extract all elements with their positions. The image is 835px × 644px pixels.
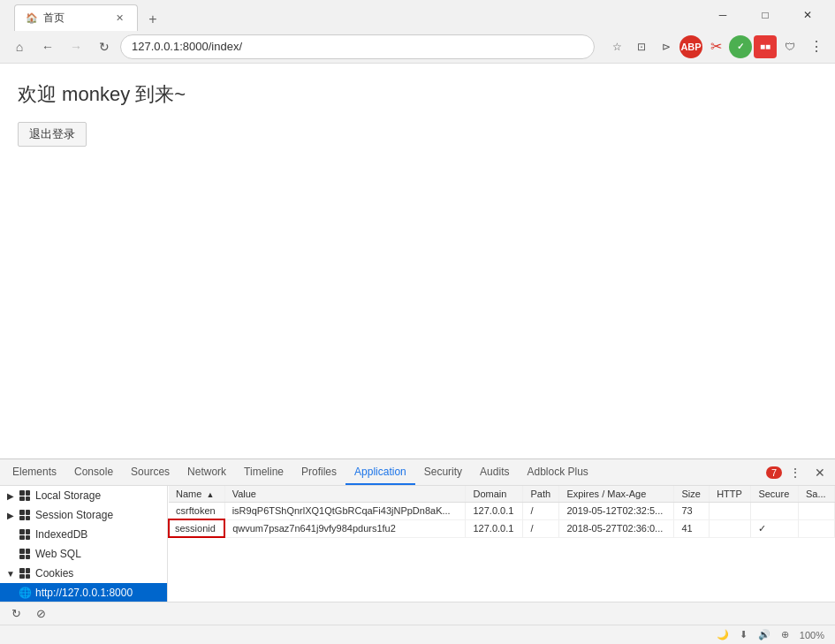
cell-http-sessionid [710, 519, 751, 537]
devtools-close-button[interactable]: ✕ [808, 461, 831, 484]
error-badge: 7 [766, 466, 782, 479]
devtools-main: Name ▲ Value Domain Path Expires / Max-A… [168, 486, 835, 602]
adblock-btn1[interactable]: ABP [679, 35, 702, 58]
col-sa[interactable]: Sa... [798, 486, 834, 503]
cell-domain-sessionid: 127.0.0.1 [466, 519, 523, 537]
minimize-button[interactable]: ─ [702, 1, 743, 29]
cell-name-sessionid: sessionid [169, 519, 224, 537]
devtools-panel: Elements Console Sources Network Timelin… [0, 458, 835, 625]
browser-toolbar: ⌂ ← → ↻ 127.0.0.1:8000/index/ ☆ ⊡ ⊳ ABP … [0, 30, 835, 64]
sidebar-item-local-storage[interactable]: ▶ Local Storage [0, 486, 167, 505]
tab-favicon: 🏠 [26, 12, 38, 24]
sidebar-item-websql[interactable]: Web SQL [0, 544, 167, 564]
tab-timeline[interactable]: Timeline [235, 459, 292, 485]
indent-spacer [5, 588, 16, 598]
cell-value-sessionid: qwvum7psaz7n641j9vfy984pdurs1fu2 [224, 519, 466, 537]
clear-cookies-button[interactable]: ⊘ [32, 605, 49, 623]
browser-chrome: 🏠 首页 ✕ + ─ □ ✕ ⌂ ← → ↻ 127.0.0.1:8000/in… [0, 0, 835, 64]
extensions-area: ☆ ⊡ ⊳ ABP ✂ ✓ ■■ 🛡 [605, 35, 801, 58]
cell-expires: 2019-05-12T02:32:5... [559, 503, 674, 520]
star-button[interactable]: ☆ [605, 35, 628, 58]
col-domain[interactable]: Domain [466, 486, 523, 503]
shield-btn[interactable]: 🛡 [778, 35, 801, 58]
sort-arrow: ▲ [206, 490, 214, 499]
cast-button[interactable]: ⊡ [630, 35, 653, 58]
col-name[interactable]: Name ▲ [169, 486, 224, 503]
cell-value: isR9qP6TShQnrlXQ1QtGbRCqaFi43jNPpDn8aK..… [224, 503, 466, 520]
local-storage-label: Local Storage [35, 489, 101, 502]
status-right: 🌙 ⬇ 🔊 ⊕ 100% [717, 629, 824, 640]
col-http[interactable]: HTTP [710, 486, 751, 503]
tab-close-button[interactable]: ✕ [112, 11, 126, 26]
cell-size-sessionid: 41 [674, 519, 710, 537]
indexeddb-icon [18, 527, 32, 542]
tab-bar: 🏠 首页 ✕ + [7, 0, 699, 31]
cell-http [710, 503, 751, 520]
table-row[interactable]: sessionid qwvum7psaz7n641j9vfy984pdurs1f… [169, 519, 835, 537]
col-expires[interactable]: Expires / Max-Age [559, 486, 674, 503]
col-size[interactable]: Size [674, 486, 710, 503]
expand-icon-wsql [5, 549, 16, 559]
active-tab[interactable]: 🏠 首页 ✕ [14, 4, 138, 31]
moon-icon: 🌙 [717, 629, 729, 640]
sidebar-item-session-storage[interactable]: ▶ Session Storage [0, 505, 167, 525]
cookies-url-icon: 🌐 [18, 586, 32, 600]
more-button[interactable]: ⋮ [805, 35, 828, 58]
tab-security[interactable]: Security [415, 459, 471, 485]
back-button[interactable]: ← [35, 34, 60, 59]
address-text: 127.0.0.1:8000/index/ [132, 40, 242, 53]
devtools-controls: 7 ⋮ ✕ [766, 461, 831, 484]
cell-path-sessionid: / [523, 519, 559, 537]
table-row[interactable]: csrftoken isR9qP6TShQnrlXQ1QtGbRCqaFi43j… [169, 503, 835, 520]
title-bar: 🏠 首页 ✕ + ─ □ ✕ [0, 0, 835, 30]
close-button[interactable]: ✕ [787, 1, 828, 29]
sidebar-item-cookies-url[interactable]: 🌐 http://127.0.0.1:8000 [0, 583, 167, 602]
sidebar-item-indexeddb[interactable]: IndexedDB [0, 525, 167, 544]
sidebar-item-cookies[interactable]: ▼ Cookies [0, 564, 167, 583]
col-value[interactable]: Value [224, 486, 466, 503]
logout-button[interactable]: 退出登录 [18, 122, 87, 147]
tab-profiles[interactable]: Profiles [292, 459, 345, 485]
indexeddb-label: IndexedDB [35, 528, 87, 541]
maximize-button[interactable]: □ [745, 1, 786, 29]
refresh-button[interactable]: ↻ [92, 34, 117, 59]
expand-icon-ss: ▶ [5, 511, 16, 520]
ext-btn4[interactable]: ■■ [754, 35, 777, 58]
websql-icon [18, 547, 32, 561]
refresh-cookies-button[interactable]: ↻ [7, 605, 25, 623]
forward-button[interactable]: → [64, 34, 88, 59]
cookies-label: Cookies [35, 567, 73, 580]
cell-secure-sessionid: ✓ [751, 519, 799, 537]
tab-adblock[interactable]: Adblock Plus [518, 459, 596, 485]
cell-size: 73 [674, 503, 710, 520]
cell-domain: 127.0.0.1 [466, 503, 523, 520]
expand-icon-cookies: ▼ [5, 569, 16, 579]
col-path[interactable]: Path [523, 486, 559, 503]
devtools-more-button[interactable]: ⋮ [784, 461, 807, 484]
cookies-icon [18, 566, 32, 580]
new-tab-button[interactable]: + [141, 8, 164, 31]
tab-sources[interactable]: Sources [122, 459, 178, 485]
zoom-icon: ⊕ [781, 629, 789, 640]
ext-btn2[interactable]: ✂ [704, 35, 727, 58]
cell-path: / [523, 503, 559, 520]
devtools-body: ▶ Local Storage ▶ Session Storage Indexe… [0, 486, 835, 602]
col-secure[interactable]: Secure [751, 486, 799, 503]
devtools-tabs: Elements Console Sources Network Timelin… [0, 459, 835, 486]
tab-network[interactable]: Network [178, 459, 235, 485]
history-button[interactable]: ⊳ [655, 35, 678, 58]
expand-icon-idb [5, 530, 16, 540]
cookies-url-label: http://127.0.0.1:8000 [35, 587, 133, 599]
tab-audits[interactable]: Audits [471, 459, 518, 485]
tab-elements[interactable]: Elements [4, 459, 65, 485]
address-bar[interactable]: 127.0.0.1:8000/index/ [120, 34, 595, 59]
tab-application[interactable]: Application [345, 459, 415, 485]
tab-console[interactable]: Console [65, 459, 122, 485]
status-bar: 🌙 ⬇ 🔊 ⊕ 100% [0, 625, 835, 644]
cell-sa-sessionid [798, 519, 834, 537]
home-button[interactable]: ⌂ [7, 34, 32, 59]
cookies-table: Name ▲ Value Domain Path Expires / Max-A… [168, 486, 835, 538]
window-controls: ─ □ ✕ [702, 1, 828, 29]
ext-btn3[interactable]: ✓ [729, 35, 752, 58]
devtools-sidebar: ▶ Local Storage ▶ Session Storage Indexe… [0, 486, 168, 602]
